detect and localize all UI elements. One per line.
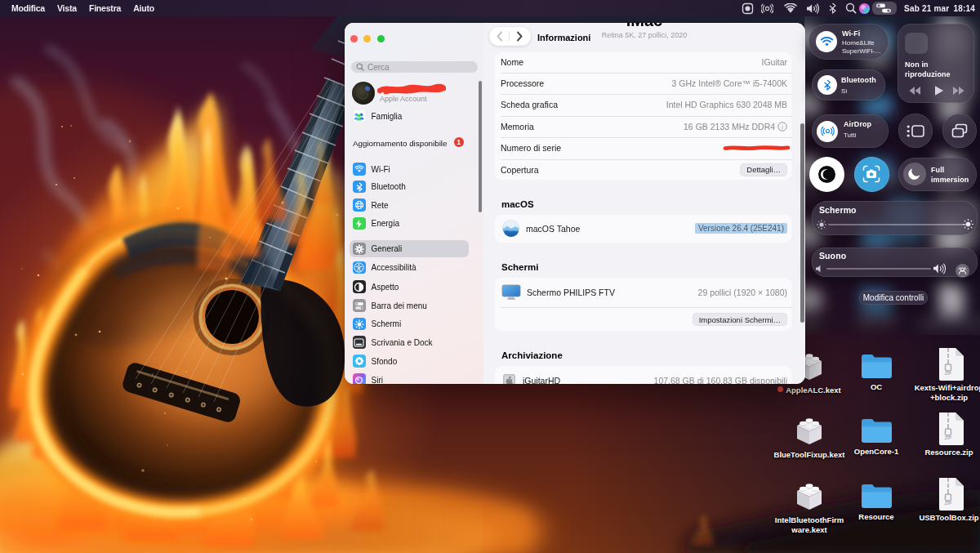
svg-text:i: i bbox=[782, 123, 783, 130]
